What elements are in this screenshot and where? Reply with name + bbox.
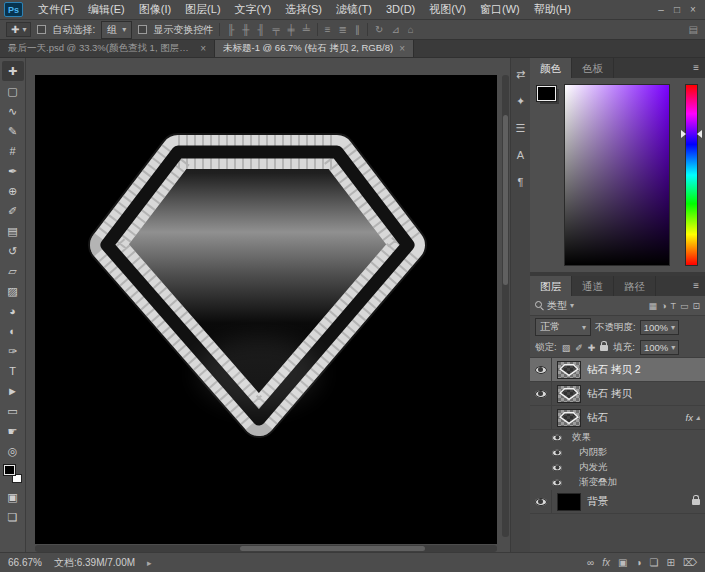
eyedropper-tool[interactable]: ✒ — [2, 161, 24, 181]
lock-transparency-icon[interactable]: ▨ — [562, 343, 571, 353]
hue-slider-handle[interactable] — [681, 130, 702, 138]
minimize-button[interactable]: – — [653, 1, 669, 19]
visibility-toggle[interactable] — [550, 462, 564, 474]
visibility-toggle[interactable] — [550, 477, 564, 489]
layer-thumbnail[interactable] — [557, 493, 581, 511]
filter-type-icon[interactable]: T — [670, 301, 676, 311]
visibility-toggle[interactable] — [530, 490, 552, 513]
zoom-level[interactable]: 66.67% — [8, 557, 42, 568]
menu-filter[interactable]: 滤镜(T) — [329, 0, 379, 19]
background-color-swatch[interactable] — [12, 474, 22, 483]
new-layer-icon[interactable]: ⊞ — [666, 557, 674, 568]
layer-name[interactable]: 钻石 拷贝 — [587, 387, 705, 401]
panel-menu-icon[interactable]: ≡ — [693, 58, 705, 78]
effect-row-gradient-overlay[interactable]: 渐变叠加 — [530, 475, 705, 490]
foreground-color-swatch[interactable] — [4, 465, 15, 475]
chevron-down-icon[interactable]: ▾ — [570, 301, 574, 310]
saturation-brightness-field[interactable] — [564, 84, 670, 266]
layer-thumbnail[interactable] — [557, 361, 581, 379]
fill-dropdown[interactable]: 100% ▾ — [640, 340, 679, 355]
fx-badge[interactable]: fx — [686, 412, 693, 423]
menu-view[interactable]: 视图(V) — [422, 0, 473, 19]
align-right-icon[interactable]: ╢ — [256, 24, 265, 35]
menu-type[interactable]: 文字(Y) — [228, 0, 279, 19]
hue-slider-strip[interactable] — [685, 84, 698, 266]
styles-panel-icon[interactable]: ✦ — [512, 93, 530, 109]
tab-channels[interactable]: 通道 — [572, 276, 614, 296]
opacity-dropdown[interactable]: 100% ▾ — [640, 320, 679, 335]
menu-3d[interactable]: 3D(D) — [379, 0, 422, 19]
add-mask-icon[interactable]: ▣ — [618, 557, 627, 568]
paragraph-panel-icon[interactable]: ¶ — [512, 174, 530, 190]
document-canvas[interactable] — [35, 75, 497, 544]
auto-select-checkbox[interactable] — [37, 25, 46, 34]
tab-swatches[interactable]: 色板 — [572, 58, 614, 78]
layer-row-diamond-copy-2[interactable]: 钻石 拷贝 2 — [530, 358, 705, 382]
layer-thumbnail[interactable] — [557, 385, 581, 403]
show-transform-checkbox[interactable] — [138, 25, 147, 34]
panel-menu-icon[interactable]: ≡ — [693, 276, 705, 296]
effects-header-row[interactable]: 效果 — [530, 430, 705, 445]
close-icon[interactable]: × — [200, 43, 206, 54]
new-group-icon[interactable]: ❏ — [650, 557, 659, 568]
collapse-effects-icon[interactable]: ▴ — [696, 413, 700, 422]
align-left-icon[interactable]: ╟ — [226, 24, 235, 35]
horizontal-scrollbar[interactable] — [35, 545, 497, 552]
foreground-background-swatches[interactable] — [3, 465, 23, 483]
history-brush-tool[interactable]: ↺ — [2, 241, 24, 261]
layer-row-diamond[interactable]: 钻石 fx ▴ — [530, 406, 705, 430]
effect-row-inner-shadow[interactable]: 内阴影 — [530, 445, 705, 460]
vertical-scrollbar[interactable] — [502, 75, 509, 537]
gradient-tool[interactable]: ▨ — [2, 281, 24, 301]
layer-name[interactable]: 钻石 拷贝 2 — [587, 363, 705, 377]
hand-tool[interactable]: ☛ — [2, 421, 24, 441]
brush-tool[interactable]: ✐ — [2, 201, 24, 221]
shape-tool[interactable]: ▭ — [2, 401, 24, 421]
tab-paths[interactable]: 路径 — [614, 276, 656, 296]
layer-thumbnail[interactable] — [557, 409, 581, 427]
distribute-vertical-icon[interactable]: ≣ — [338, 24, 348, 35]
layer-row-diamond-copy[interactable]: 钻石 拷贝 — [530, 382, 705, 406]
align-center-icon[interactable]: ╫ — [241, 24, 250, 35]
distribute-spacing-icon[interactable]: ∥ — [354, 24, 361, 35]
menu-image[interactable]: 图像(I) — [132, 0, 178, 19]
blur-tool[interactable]: ◕ — [2, 301, 24, 321]
document-tab-1[interactable]: 最后一天.psd @ 33.3%(颜色查找 1, 图层蒙版/8) × — [0, 40, 215, 57]
visibility-toggle[interactable] — [550, 432, 564, 444]
distribute-horizontal-icon[interactable]: ≡ — [324, 24, 332, 35]
filter-smart-object-icon[interactable]: ⊡ — [692, 301, 700, 311]
status-options-chevron-icon[interactable]: ▸ — [147, 558, 152, 568]
3d-drag-icon[interactable]: ⌂ — [407, 24, 415, 35]
menu-file[interactable]: 文件(F) — [31, 0, 81, 19]
type-tool[interactable]: T — [2, 361, 24, 381]
crop-tool[interactable]: # — [2, 141, 24, 161]
lock-paint-icon[interactable]: ✐ — [575, 343, 583, 353]
move-tool[interactable]: ✚ — [2, 61, 24, 81]
filter-pixel-icon[interactable]: ▦ — [648, 301, 657, 311]
adjustments-panel-icon[interactable]: ☰ — [512, 120, 530, 136]
filter-shape-icon[interactable]: ▭ — [680, 301, 689, 311]
pen-tool[interactable]: ✑ — [2, 341, 24, 361]
filter-adjustment-icon[interactable]: ◑ — [661, 301, 666, 311]
auto-select-dropdown[interactable]: 组 ▾ — [101, 21, 132, 39]
lock-position-icon[interactable]: ✚ — [588, 343, 596, 353]
visibility-toggle[interactable] — [530, 382, 552, 405]
menu-help[interactable]: 帮助(H) — [527, 0, 578, 19]
vertical-scrollbar-thumb[interactable] — [503, 115, 508, 285]
visibility-toggle[interactable] — [530, 358, 552, 381]
align-bottom-icon[interactable]: ╧ — [302, 24, 311, 35]
3d-roll-icon[interactable]: ⊿ — [390, 24, 400, 35]
arrangement-panel-icon[interactable]: ⇄ — [512, 66, 530, 82]
foreground-color-swatch[interactable] — [537, 86, 556, 101]
close-button[interactable]: × — [685, 1, 701, 19]
menu-window[interactable]: 窗口(W) — [473, 0, 527, 19]
tool-preset-picker[interactable]: ✚ ▾ — [6, 22, 31, 37]
align-top-icon[interactable]: ╤ — [271, 24, 280, 35]
visibility-toggle[interactable] — [550, 447, 564, 459]
tab-color[interactable]: 颜色 — [530, 58, 572, 78]
lock-all-icon[interactable] — [600, 345, 608, 351]
layer-name[interactable]: 钻石 — [587, 411, 686, 425]
maximize-button[interactable]: □ — [669, 1, 685, 19]
3d-rotate-icon[interactable]: ↻ — [374, 24, 384, 35]
blend-mode-dropdown[interactable]: 正常 ▾ — [535, 318, 591, 336]
